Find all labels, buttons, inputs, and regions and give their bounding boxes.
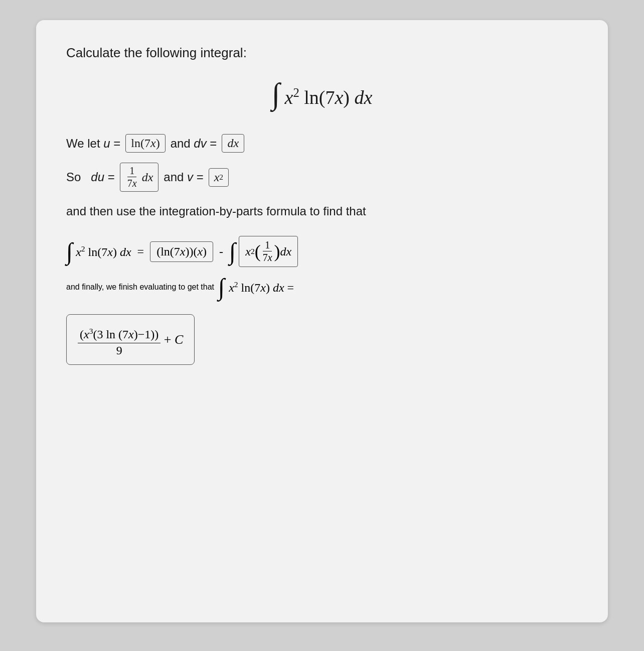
du-value-box: 1 7x dx bbox=[120, 163, 159, 192]
final-line: and finally, we finish evaluating to get… bbox=[66, 275, 578, 299]
step3-description: and then use the integration-by-parts fo… bbox=[66, 202, 578, 221]
u-value-box: ln(7x) bbox=[125, 134, 165, 153]
fraction-numerator: 1 bbox=[127, 165, 136, 177]
ibp-minus: - bbox=[216, 245, 226, 258]
ibp-equals: = bbox=[134, 245, 147, 258]
step2-prefix: So du = bbox=[66, 170, 115, 184]
final-answer-fraction: ​(x3(3 ln (7x)−1)) 9 bbox=[78, 322, 160, 357]
final-answer-box: ​(x3(3 ln (7x)−1)) 9 + C bbox=[66, 314, 195, 365]
final-answer-numerator: ​(x3(3 ln (7x)−1)) bbox=[78, 322, 160, 343]
fraction-ibp: 1 7x bbox=[261, 239, 274, 264]
step1-prefix: We let u = bbox=[66, 137, 120, 151]
main-card: Calculate the following integral: ∫ x2 l… bbox=[36, 20, 608, 622]
final-answer-plus-c: + C bbox=[160, 332, 183, 347]
step2-middle: and v = bbox=[164, 170, 203, 184]
ibp-frac-den: 7x bbox=[261, 252, 274, 264]
main-integral-expression: x2 ln(7x) dx bbox=[285, 87, 373, 108]
v-value-box: x2 bbox=[209, 168, 229, 187]
ibp-frac-num: 1 bbox=[263, 239, 272, 251]
main-integral-display: ∫ x2 ln(7x) dx bbox=[66, 79, 578, 109]
ibp-formula-line: ∫ x2 ln(7x) dx = (ln(7x))(x) - ∫ x2 ( 1 … bbox=[66, 236, 578, 267]
fraction-1over7x: 1 7x bbox=[125, 165, 139, 189]
problem-title: Calculate the following integral: bbox=[66, 45, 578, 61]
integral-sign-ibp-rhs: ∫ bbox=[229, 239, 236, 264]
ibp-lhs-expression: x2 ln(7x) dx bbox=[76, 244, 131, 259]
ibp-paren-open: ( bbox=[255, 241, 261, 262]
fraction-denominator: 7x bbox=[125, 178, 139, 189]
step2-line: So du = 1 7x dx and v = x2 bbox=[66, 163, 578, 192]
ibp-term2-box: x2 ( 1 7x ) dx bbox=[239, 236, 298, 267]
ibp-term1-box: (ln(7x))(x) bbox=[150, 241, 213, 262]
final-prefix-text: and finally, we finish evaluating to get… bbox=[66, 283, 214, 292]
integral-sign-main: ∫ bbox=[272, 77, 280, 110]
step1-line: We let u = ln(7x) and dv = dx bbox=[66, 134, 578, 153]
final-answer-container: ​(x3(3 ln (7x)−1)) 9 + C bbox=[66, 309, 578, 365]
final-answer-denominator: 9 bbox=[114, 344, 124, 357]
integral-sign-ibp-lhs: ∫ bbox=[66, 239, 73, 264]
dv-value-box: dx bbox=[222, 134, 244, 153]
ibp-paren-close: ) bbox=[274, 241, 280, 262]
step1-middle: and dv = bbox=[171, 137, 217, 151]
final-integral-expression: x2 ln(7x) dx = bbox=[229, 280, 294, 295]
integral-sign-final: ∫ bbox=[218, 275, 225, 299]
